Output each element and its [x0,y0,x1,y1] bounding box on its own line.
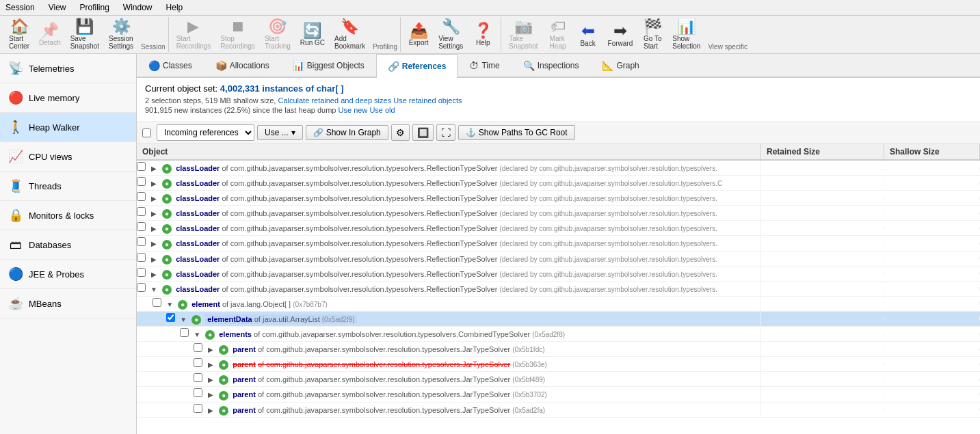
row-checkbox[interactable] [194,404,202,413]
sidebar-item-threads[interactable]: 🧵 Threads [0,172,136,201]
expand-icon[interactable]: ▶ [206,405,215,415]
expand-icon-button[interactable]: ⛶ [436,124,455,141]
start-tracking-button[interactable]: 🎯 StartTracking [260,17,295,52]
expand-icon[interactable]: ▶ [149,194,159,204]
take-snapshot-button[interactable]: 📷 TakeSnapshot [504,17,542,52]
expand-icon[interactable]: ▼ [149,284,159,294]
row-checkbox[interactable] [194,358,202,367]
expand-icon[interactable]: ▶ [149,179,159,189]
tab-biggest-objects[interactable]: 📊 Biggest Objects [281,54,376,77]
sidebar-item-heap-walker[interactable]: 🚶 Heap Walker [0,113,136,142]
expand-icon[interactable]: ▶ [206,390,215,400]
sidebar-item-telemetries[interactable]: 📡 Telemetries [0,54,136,83]
run-gc-button[interactable]: 🔄 Run GC [295,21,330,49]
tab-graph[interactable]: 📐 Graph [590,54,650,77]
addr: (declared by com.github.javaparser.symbo… [499,256,717,263]
back-button[interactable]: ⬅ Back [573,21,603,49]
mark-heap-icon: 🏷 [551,19,566,34]
expand-icon[interactable]: ▶ [206,375,215,385]
detach-button[interactable]: 📌 Detach [34,21,66,49]
row-checkbox[interactable] [180,328,189,337]
view-settings-button[interactable]: 🔧 ViewSettings [434,17,468,52]
tab-time[interactable]: ⏱ Time [458,54,511,77]
classname: classLoader [176,224,220,232]
settings-icon-button[interactable]: ⚙ [391,124,410,141]
back-icon: ⬅ [581,23,595,39]
expand-icon[interactable]: ▼ [178,314,188,324]
sidebar-item-live-memory[interactable]: 🔴 Live memory [0,83,136,113]
row-checkbox[interactable] [137,222,146,231]
save-snapshot-button[interactable]: 💾 SaveSnapshot [66,17,104,52]
tab-time-label: Time [481,61,499,70]
menu-session[interactable]: Session [3,1,38,14]
show-in-graph-icon: 🔗 [313,128,323,137]
tab-classes[interactable]: 🔵 Classes [137,54,204,77]
sidebar-item-mbeans[interactable]: ☕ MBeans [0,289,136,318]
tab-allocations[interactable]: 📦 Allocations [204,54,281,77]
object-cell: ▶ ● classLoader of com.github.javaparser… [137,206,761,220]
calculate-retained-link[interactable]: Calculate retained and deep sizes [278,96,391,105]
show-paths-button[interactable]: ⚓ Show Paths To GC Root [458,125,575,140]
sidebar-item-monitors-locks[interactable]: 🔒 Monitors & locks [0,201,136,230]
go-to-start-button[interactable]: 🏁 Go ToStart [637,17,667,52]
row-checkbox[interactable] [137,177,146,186]
show-in-graph-button[interactable]: 🔗 Show In Graph [306,125,388,140]
start-center-button[interactable]: 🏠 StartCenter [4,17,34,52]
menu-window[interactable]: Window [120,1,155,14]
expand-icon[interactable]: ▶ [206,360,215,370]
row-checkbox[interactable] [137,162,146,171]
forward-button[interactable]: ➡ Forward [603,21,638,49]
table-row: ▶ ● classLoader of com.github.javaparser… [137,206,980,221]
use-button[interactable]: Use ... ▾ [257,125,303,140]
object-cell: ▼ ● element of java.lang.Object[ ] (0x7b… [137,297,761,311]
row-checkbox[interactable] [137,237,146,246]
take-snapshot-label: TakeSnapshot [509,35,538,50]
mark-heap-button[interactable]: 🏷 MarkHeap [543,17,573,52]
expand-icon[interactable]: ▶ [149,239,159,249]
filter-icon-button[interactable]: 🔲 [412,124,434,141]
export-button[interactable]: 📤 Export [403,21,434,49]
sidebar-item-databases[interactable]: 🗃 Databases [0,230,136,260]
row-checkbox[interactable] [194,373,202,382]
expand-icon[interactable]: ▶ [149,254,159,264]
expand-icon[interactable]: ▶ [149,209,159,219]
use-new-link[interactable]: Use new [339,106,368,114]
classname: classLoader [176,194,220,202]
menu-view[interactable]: View [46,1,69,14]
row-checkbox[interactable] [137,192,146,201]
select-all-checkbox[interactable] [142,128,151,137]
sidebar-item-cpu-views[interactable]: 📈 CPU views [0,142,136,172]
expand-icon[interactable]: ▶ [149,269,159,279]
tab-inspections[interactable]: 🔍 Inspections [512,54,591,77]
expand-icon[interactable]: ▼ [192,330,202,340]
use-retained-objects-link[interactable]: Use retained objects [393,96,462,105]
row-checkbox[interactable] [137,268,146,277]
add-bookmark-button[interactable]: 🔖 AddBookmark [330,17,370,52]
expand-icon[interactable]: ▶ [206,345,215,355]
row-checkbox[interactable] [137,253,146,262]
show-selection-button[interactable]: 📊 ShowSelection [667,17,705,52]
sidebar-item-jee-probes[interactable]: 🔵 JEE & Probes [0,260,136,289]
help-button[interactable]: ❓ Help [468,21,498,49]
retained-size-cell [761,393,884,396]
start-recordings-button[interactable]: ▶ StartRecordings [172,17,216,52]
row-checkbox[interactable] [194,343,202,352]
expand-icon[interactable]: ▶ [149,224,159,234]
use-old-link[interactable]: Use old [369,106,395,114]
stop-recordings-button[interactable]: ⏹ StopRecordings [215,17,260,52]
sidebar-item-databases-label: Databases [29,240,71,250]
row-checkbox[interactable] [137,283,146,292]
node-icon: ● [219,375,228,385]
menu-profiling[interactable]: Profiling [77,1,112,14]
session-settings-button[interactable]: ⚙️ SessionSettings [104,17,138,52]
row-checkbox[interactable] [137,207,146,216]
row-checkbox[interactable] [194,388,202,397]
menu-help[interactable]: Help [163,1,186,14]
expand-icon[interactable]: ▼ [165,299,174,309]
row-checkbox[interactable] [166,313,175,322]
addr: (declared by com.github.javaparser.symbo… [499,180,722,187]
references-dropdown[interactable]: Incoming references Outgoing references [157,124,254,141]
tab-references[interactable]: 🔗 References [376,54,458,78]
row-checkbox[interactable] [153,298,161,307]
expand-icon[interactable]: ▶ [149,164,159,174]
